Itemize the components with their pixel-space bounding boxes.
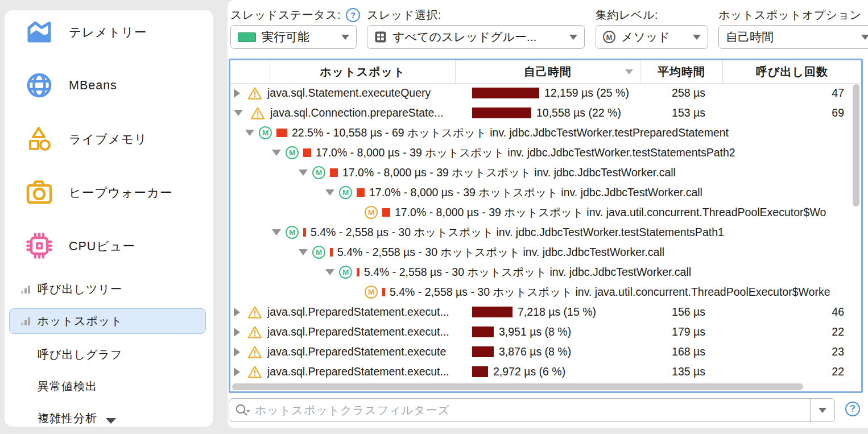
sidebar-item-live-memory[interactable]: ライブメモリ	[5, 112, 213, 166]
expander-icon[interactable]	[272, 150, 281, 156]
tree-row[interactable]: M17.0% - 8,000 µs - 39 ホットスポット inv. java…	[230, 202, 861, 222]
expander-icon[interactable]	[234, 348, 240, 357]
call-site-text: 5.4% - 2,558 µs - 30 ホットスポット inv. jdbc.J…	[364, 264, 691, 280]
average-time-value: 156 µs	[600, 305, 705, 319]
chevron-down-icon	[861, 35, 868, 40]
chevron-down-icon[interactable]	[106, 418, 116, 424]
hotspot-options-dropdown[interactable]: 自己時間	[718, 25, 868, 49]
hotspot-options-value: 自己時間	[726, 29, 774, 45]
sidebar-item-cpu-views[interactable]: CPUビュー	[5, 219, 213, 272]
warning-icon	[247, 345, 262, 359]
thread-status-dropdown[interactable]: 実行可能	[230, 25, 357, 49]
hotspot-row[interactable]: java.sql.PreparedStatement.execut...7,21…	[230, 302, 861, 322]
sidebar-item-heap-walker[interactable]: ヒープウォーカー	[5, 166, 213, 219]
aggregation-level-group: 集約レベル: M メソッド	[596, 7, 708, 49]
method-marker-icon: M	[312, 166, 325, 179]
hotspot-row[interactable]: java.sql.PreparedStatement.execute3,876 …	[230, 342, 861, 362]
tree-row[interactable]: M17.0% - 8,000 µs - 39 ホットスポット inv. jdbc…	[230, 163, 861, 183]
expander-icon[interactable]	[299, 249, 308, 255]
sidebar-item-mbeans[interactable]: MBeans	[5, 59, 213, 112]
tree-row[interactable]: M22.5% - 10,558 µs - 69 ホットスポット inv. jdb…	[230, 123, 861, 143]
expander-icon[interactable]	[325, 189, 334, 196]
hotspot-options-group: ホットスポットオプション 自己時間	[718, 7, 868, 49]
sidebar-item-label: 複雑性分析	[38, 411, 97, 426]
hotspot-fraction-bar	[303, 228, 306, 237]
table-header: ホットスポット 自己時間 平均時間 呼び出し回数	[230, 60, 861, 84]
hotspot-row[interactable]: java.sql.Connection.prepareState...10,55…	[230, 103, 861, 123]
sidebar-item-call-tree[interactable]: 呼び出しツリー	[5, 276, 213, 302]
self-time-bar	[472, 326, 494, 337]
hotspot-rows: java.sql.Statement.executeQuery12,159 µs…	[230, 83, 861, 382]
sidebar-item-label: 異常値検出	[38, 379, 97, 394]
column-header-invocations[interactable]: 呼び出し回数	[723, 60, 861, 83]
invocation-count-value: 46	[742, 305, 844, 319]
hotspot-row[interactable]: java.sql.PreparedStatement.execut...2,97…	[230, 362, 861, 382]
expander-icon[interactable]	[245, 130, 254, 136]
sort-descending-icon	[625, 69, 633, 75]
self-time-bar	[472, 307, 512, 317]
method-name: java.sql.PreparedStatement.execut...	[267, 305, 449, 319]
tree-row[interactable]: M5.4% - 2,558 µs - 30 ホットスポット inv. java.…	[230, 282, 861, 302]
expander-icon[interactable]	[325, 269, 334, 275]
hotspot-fraction-bar	[330, 248, 333, 257]
expander-icon[interactable]	[234, 308, 240, 317]
tree-row[interactable]: M17.0% - 8,000 µs - 39 ホットスポット inv. jdbc…	[230, 183, 861, 202]
method-name: java.sql.PreparedStatement.execut...	[267, 365, 449, 378]
sidebar-item-hot-spots[interactable]: ホットスポット	[9, 308, 206, 334]
column-header-hotspot[interactable]: ホットスポット	[270, 60, 456, 83]
call-site-text: 22.5% - 10,558 µs - 69 ホットスポット inv. jdbc…	[292, 125, 729, 140]
hotspot-fraction-bar	[357, 188, 365, 197]
invocation-count-value: 22	[742, 365, 844, 378]
hotspot-row[interactable]: java.sql.Statement.executeQuery12,159 µs…	[230, 83, 861, 103]
thread-selection-value: すべてのスレッドグルー...	[392, 29, 536, 45]
tree-row[interactable]: M5.4% - 2,558 µs - 30 ホットスポット inv. jdbc.…	[230, 242, 861, 262]
thread-selection-dropdown[interactable]: すべてのスレッドグルー...	[367, 25, 585, 49]
method-name: java.sql.PreparedStatement.execut...	[267, 325, 449, 338]
expander-icon[interactable]	[234, 110, 243, 116]
tree-row[interactable]: M5.4% - 2,558 µs - 30 ホットスポット inv. jdbc.…	[230, 262, 861, 282]
column-header-expander[interactable]	[230, 60, 270, 83]
tree-row[interactable]: M17.0% - 8,000 µs - 39 ホットスポット inv. jdbc…	[230, 143, 861, 163]
invocation-count-value: 69	[742, 106, 844, 119]
self-time-value: 3,951 µs (8 %)	[499, 325, 571, 338]
chevron-down-icon	[341, 35, 349, 40]
average-time-value: 179 µs	[600, 325, 705, 338]
column-header-self-time[interactable]: 自己時間	[456, 60, 640, 83]
horizontal-scrollbar[interactable]	[230, 382, 861, 391]
hotspot-class-filter-input[interactable]	[254, 398, 810, 422]
method-name: java.sql.PreparedStatement.execute	[267, 345, 446, 358]
call-site-text: 5.4% - 2,558 µs - 30 ホットスポット inv. jdbc.J…	[337, 245, 664, 260]
search-icon	[234, 403, 250, 418]
sidebar-item-label: ホットスポット	[38, 313, 123, 329]
help-icon[interactable]: ?	[346, 8, 360, 22]
bar-chart-icon	[21, 285, 31, 294]
vertical-scrollbar-thumb[interactable]	[853, 84, 859, 206]
sidebar-item-label: ヒープウォーカー	[69, 184, 173, 201]
column-header-average-time[interactable]: 平均時間	[640, 60, 723, 83]
hotspot-fraction-bar	[330, 168, 338, 177]
method-marker-icon: M	[312, 246, 325, 259]
sidebar-item-label: 呼び出しグラフ	[38, 347, 122, 362]
sidebar-item-outlier-detection[interactable]: 異常値検出	[5, 370, 213, 402]
sidebar-item-telemetry[interactable]: テレメトリー	[5, 10, 213, 59]
chevron-down-icon	[819, 408, 826, 413]
thread-status-group: スレッドステータス: ? 実行可能	[230, 7, 360, 49]
hotspot-fraction-bar	[382, 208, 390, 217]
hotspot-fraction-bar	[303, 148, 311, 157]
horizontal-scrollbar-thumb[interactable]	[232, 383, 803, 390]
expander-icon[interactable]	[234, 328, 240, 337]
sidebar-item-call-graph[interactable]: 呼び出しグラフ	[5, 338, 213, 370]
filter-dropdown-button[interactable]	[810, 399, 834, 421]
sidebar-item-label: テレメトリー	[69, 24, 147, 40]
expander-icon[interactable]	[299, 170, 308, 176]
aggregation-level-dropdown[interactable]: M メソッド	[596, 25, 708, 49]
expander-icon[interactable]	[234, 89, 240, 98]
thread-selection-group: スレッド選択: すべてのスレッドグルー...	[367, 7, 585, 49]
thread-status-value: 実行可能	[262, 29, 309, 45]
hotspot-row[interactable]: java.sql.PreparedStatement.execut...3,95…	[230, 322, 861, 342]
self-time-value: 7,218 µs (15 %)	[518, 305, 596, 319]
filter-help-icon[interactable]: ?	[845, 402, 860, 416]
expander-icon[interactable]	[234, 367, 240, 377]
expander-icon[interactable]	[272, 229, 281, 235]
tree-row[interactable]: M5.4% - 2,558 µs - 30 ホットスポット inv. jdbc.…	[230, 222, 861, 242]
